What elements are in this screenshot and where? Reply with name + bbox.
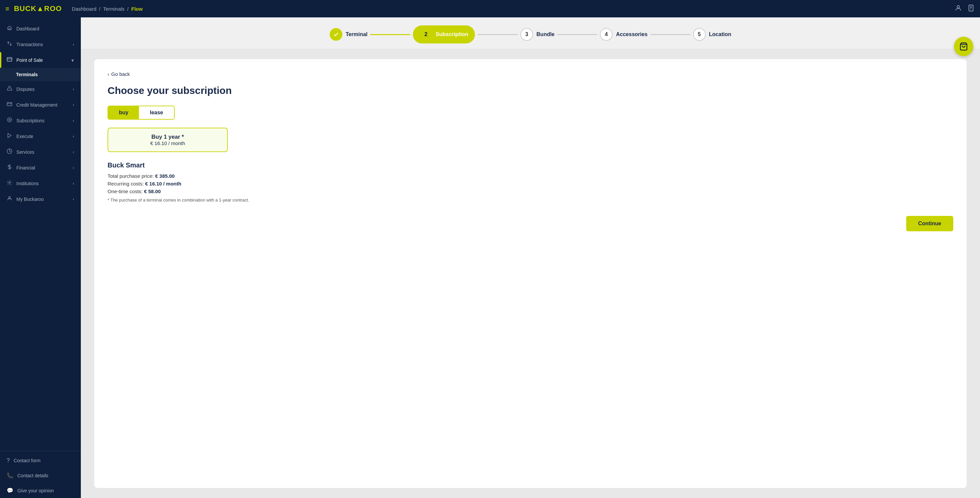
sidebar-item-label: Point of Sale [16,57,67,63]
page-title: Choose your subscription [108,85,953,96]
sidebar-item-label: Subscriptions [16,118,69,123]
step-accessories: 4 Accessories [600,28,648,41]
chevron-icon: ‹ [73,87,74,92]
step-subscription-circle: 2 [420,28,432,41]
step-location-label: Location [709,32,732,37]
subscription-option-card[interactable]: Buy 1 year * € 16.10 / month [108,128,228,152]
active-bar [0,52,2,68]
sidebar-item-label: Services [16,149,69,155]
sidebar-item-pos[interactable]: Point of Sale ∨ [0,52,81,68]
steps-bar: Terminal 2 Subscription 3 Bundle 4 Acces… [81,18,980,49]
credit-icon [7,101,12,108]
sidebar-item-disputes[interactable]: Disputes ‹ [0,81,81,97]
sidebar-item-mybuckaroo[interactable]: My Buckaroo ‹ [0,191,81,207]
breadcrumb-sep-1: / [99,6,100,12]
breadcrumb-sep-2: / [127,6,129,12]
chevron-icon: ‹ [73,103,74,107]
transactions-icon [7,41,12,48]
breadcrumb-dashboard[interactable]: Dashboard [72,6,96,12]
go-back-button[interactable]: ‹ Go back [108,71,130,77]
chevron-icon: ‹ [73,118,74,123]
contact-details-item[interactable]: 📞 Contact details [0,468,81,483]
recurring-costs: Recurring costs: € 16.10 / month [108,181,953,187]
document-icon[interactable] [967,4,975,13]
product-details: Buck Smart Total purchase price: € 385.0… [108,161,953,203]
sidebar-item-subscriptions[interactable]: Subscriptions ‹ [0,113,81,128]
step-bundle-label: Bundle [536,32,554,37]
tab-buy[interactable]: buy [108,106,139,119]
continue-button[interactable]: Continue [906,216,953,231]
profile-icon[interactable] [955,4,962,13]
step-subscription-label: Subscription [436,32,468,37]
step-bundle: 3 Bundle [520,28,554,41]
sidebar-item-label: Dashboard [16,26,74,32]
go-back-label: Go back [111,71,130,77]
give-opinion-item[interactable]: 💬 Give your opinion [0,483,81,498]
breadcrumb: Dashboard / Terminals / Flow [72,6,143,12]
sidebar-item-financial[interactable]: Financial ‹ [0,160,81,176]
chevron-down-icon: ∨ [71,58,74,62]
tab-lease[interactable]: lease [139,106,174,119]
top-nav-right [955,4,975,13]
contact-form-label: Contact form [14,458,40,463]
services-icon [7,148,12,155]
total-label: Total purchase price: [108,173,154,179]
subscription-type-toggle: buy lease [108,105,175,120]
sidebar-bottom: ? Contact form 📞 Contact details 💬 Give … [0,451,81,498]
sidebar-item-services[interactable]: Services ‹ [0,144,81,160]
chevron-icon: ‹ [73,166,74,170]
recurring-value: € 16.10 / month [145,181,181,187]
chat-icon: 💬 [7,487,13,494]
question-icon: ? [7,458,10,464]
phone-icon: 📞 [7,472,13,479]
give-opinion-label: Give your opinion [18,488,54,493]
step-accessories-label: Accessories [616,32,648,37]
sidebar-item-institutions[interactable]: Institutions ‹ [0,176,81,191]
onetime-value: € 58.00 [144,188,161,194]
sidebar-item-label: Financial [16,165,69,171]
chevron-icon: ‹ [73,181,74,186]
main-card: ‹ Go back Choose your subscription buy l… [94,59,967,488]
sidebar-item-transactions[interactable]: Transactions ‹ [0,37,81,52]
sub-option-price: € 16.10 / month [116,140,219,146]
sidebar: Dashboard Transactions ‹ Point of Sale ∨… [0,18,81,498]
step-connector-1 [370,34,410,35]
cart-button[interactable] [954,37,973,56]
breadcrumb-terminals[interactable]: Terminals [103,6,124,12]
contact-form-item[interactable]: ? Contact form [0,453,81,468]
chevron-left-icon: ‹ [108,71,109,77]
sidebar-item-credit[interactable]: Credit Management ‹ [0,97,81,113]
recurring-label: Recurring costs: [108,181,144,187]
step-terminal: Terminal [330,28,368,41]
chevron-icon: ‹ [73,150,74,155]
step-accessories-circle: 4 [600,28,612,41]
svg-point-14 [9,196,11,198]
step-terminal-circle [330,28,342,41]
content-area: Terminal 2 Subscription 3 Bundle 4 Acces… [81,18,980,498]
hamburger-icon[interactable]: ≡ [5,5,10,13]
disputes-icon [7,86,12,93]
contact-details-label: Contact details [18,473,48,478]
sidebar-item-terminals[interactable]: Terminals [0,68,81,81]
sidebar-item-label: Institutions [16,181,69,186]
step-location: 5 Location [693,28,732,41]
total-purchase: Total purchase price: € 385.00 [108,173,953,179]
sidebar-item-label: Terminals [16,72,38,77]
sidebar-item-label: Execute [16,134,69,139]
user-icon [7,196,12,203]
sidebar-item-dashboard[interactable]: Dashboard [0,21,81,37]
top-nav: ≡ BUCK▲ROO Dashboard / Terminals / Flow [0,0,980,18]
svg-rect-5 [7,57,12,61]
chevron-icon: ‹ [73,134,74,139]
sidebar-item-label: Disputes [16,86,69,92]
pos-icon [7,56,12,64]
sub-option-title: Buy 1 year * [116,134,219,140]
sidebar-item-execute[interactable]: Execute ‹ [0,128,81,144]
svg-rect-1 [969,5,973,11]
svg-marker-11 [8,133,11,138]
step-terminal-label: Terminal [346,32,368,37]
svg-rect-7 [7,103,12,106]
svg-point-0 [957,5,959,8]
step-connector-4 [650,34,690,35]
svg-point-9 [7,118,12,122]
